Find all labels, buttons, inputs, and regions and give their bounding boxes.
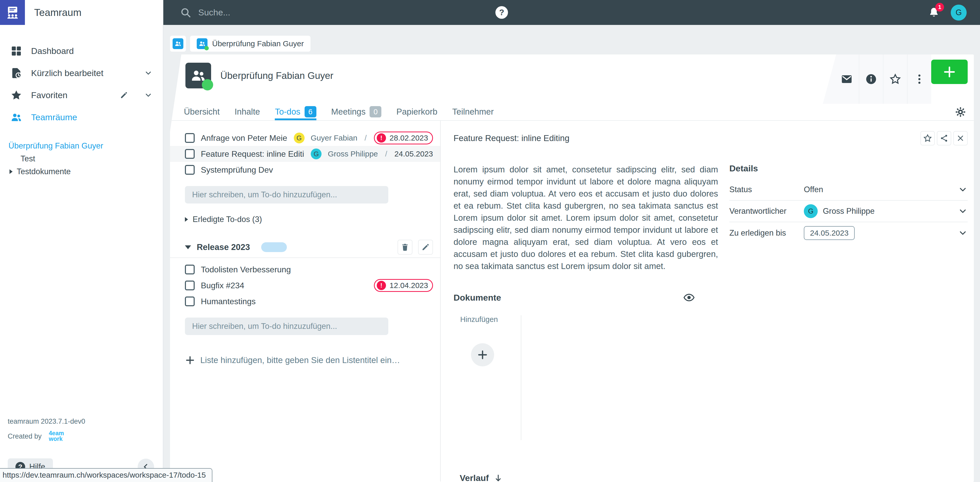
todo-row[interactable]: Bugfix #234 ! 12.04.2023 bbox=[185, 278, 433, 294]
gear-icon bbox=[955, 106, 966, 118]
app-version: teamraum 2023.7.1-dev0 bbox=[8, 418, 154, 426]
todo-checkbox[interactable] bbox=[185, 149, 195, 159]
edit-pencil-icon[interactable] bbox=[120, 91, 128, 99]
todo-row[interactable]: Todolisten Verbesserung bbox=[185, 262, 433, 278]
chevron-down-icon[interactable] bbox=[144, 91, 153, 99]
assignee-avatar: G bbox=[294, 132, 305, 144]
assignee-row[interactable]: Verantwortlicher G Gross Philippe bbox=[729, 201, 968, 222]
settings-button[interactable] bbox=[955, 106, 966, 118]
completed-todos-toggle[interactable]: Erledigte To-dos (3) bbox=[185, 215, 433, 224]
chevron-down-icon[interactable] bbox=[958, 206, 968, 216]
topbar-help-button[interactable]: ? bbox=[495, 6, 508, 19]
delete-list-button[interactable] bbox=[398, 240, 412, 255]
expand-arrow-icon[interactable] bbox=[10, 169, 13, 174]
todo-row[interactable]: Systemprüfung Dev bbox=[185, 162, 433, 178]
todo-title[interactable]: Humantestings bbox=[201, 297, 433, 306]
breadcrumb-workspace[interactable]: Überprüfung Fabian Guyer bbox=[190, 36, 310, 52]
todo-checkbox[interactable] bbox=[185, 297, 195, 306]
todo-row-selected[interactable]: Feature Request: inline Editing G Gross … bbox=[170, 146, 440, 162]
add-todo-input[interactable] bbox=[185, 186, 388, 203]
overdue-icon: ! bbox=[377, 133, 386, 143]
todo-checkbox[interactable] bbox=[185, 133, 195, 143]
info-button[interactable] bbox=[859, 54, 883, 104]
due-date: 28.02.2023 bbox=[390, 134, 428, 142]
add-todo-input[interactable] bbox=[185, 318, 388, 335]
share-todo-button[interactable] bbox=[937, 131, 951, 145]
chevron-down-icon[interactable] bbox=[144, 69, 153, 77]
tab-meetings[interactable]: Meetings 0 bbox=[331, 103, 382, 120]
tab-papierkorb[interactable]: Papierkorb bbox=[396, 103, 438, 120]
breadcrumb-root[interactable] bbox=[170, 36, 186, 52]
tree-item-test[interactable]: Test bbox=[0, 152, 163, 165]
email-button[interactable] bbox=[823, 54, 859, 104]
chevron-down-icon[interactable] bbox=[958, 228, 968, 238]
todo-title[interactable]: Feature Request: inline Editing bbox=[201, 149, 305, 159]
more-actions-button[interactable] bbox=[907, 54, 931, 104]
sidebar-item-label: Teamräume bbox=[31, 112, 77, 122]
created-by-row: Created by 4eam work bbox=[8, 431, 154, 442]
tree-item-workspace[interactable]: Überprüfung Fabian Guyer bbox=[0, 139, 163, 152]
tab-todos[interactable]: To-dos 6 bbox=[275, 103, 316, 120]
todo-checkbox[interactable] bbox=[185, 265, 195, 275]
creator-logo-line2: work bbox=[49, 436, 63, 442]
edit-list-button[interactable] bbox=[418, 240, 433, 255]
sidebar-footer: teamraum 2023.7.1-dev0 Created by 4eam w… bbox=[8, 418, 154, 475]
due-date-field[interactable]: 24.05.2023 bbox=[804, 226, 855, 240]
favorite-button[interactable] bbox=[883, 54, 907, 104]
collapse-arrow-icon[interactable] bbox=[185, 245, 191, 249]
tab-label: Meetings bbox=[331, 107, 366, 117]
todo-title[interactable]: Todolisten Verbesserung bbox=[201, 265, 433, 275]
sidebar-item-dashboard[interactable]: Dashboard bbox=[0, 40, 163, 62]
expand-arrow-icon bbox=[185, 217, 188, 222]
tab-label: Teilnehmer bbox=[452, 107, 493, 117]
global-search[interactable] bbox=[180, 0, 378, 25]
user-avatar[interactable]: G bbox=[951, 5, 967, 21]
notifications-button[interactable]: 1 bbox=[928, 6, 940, 19]
status-url-tooltip: https://dev.teamraum.ch/workspaces/works… bbox=[0, 468, 212, 482]
close-detail-button[interactable] bbox=[953, 131, 968, 145]
sort-direction-button[interactable] bbox=[493, 473, 503, 482]
app-logo[interactable] bbox=[0, 0, 25, 25]
tab-teilnehmer[interactable]: Teilnehmer bbox=[452, 103, 493, 120]
due-date-chip[interactable]: ! 28.02.2023 bbox=[374, 132, 433, 144]
todo-checkbox[interactable] bbox=[185, 281, 195, 290]
list-title[interactable]: Release 2023 bbox=[197, 242, 250, 252]
workspace-avatar bbox=[185, 63, 211, 88]
sidebar-item-favorites[interactable]: Favoriten bbox=[0, 84, 163, 106]
close-icon bbox=[956, 134, 965, 143]
completed-todos-label: Erledigte To-dos (3) bbox=[192, 215, 262, 224]
sidebar-item-teamrooms[interactable]: Teamräume bbox=[0, 106, 163, 128]
creator-logo[interactable]: 4eam work bbox=[49, 431, 64, 442]
workspace-icon bbox=[197, 38, 207, 49]
teamraum-logo-icon bbox=[5, 5, 20, 20]
notification-badge: 1 bbox=[935, 3, 944, 11]
todo-title[interactable]: Anfrage von Peter Meier prüfen bbox=[201, 133, 288, 143]
add-list-button[interactable]: Liste hinzufügen, bitte geben Sie den Li… bbox=[185, 355, 433, 365]
watch-documents-button[interactable] bbox=[683, 292, 695, 303]
separator: / bbox=[365, 134, 367, 142]
todo-row[interactable]: Anfrage von Peter Meier prüfen G Guyer F… bbox=[185, 130, 433, 146]
status-row[interactable]: Status Offen bbox=[729, 179, 968, 201]
people-icon bbox=[10, 111, 22, 123]
todo-detail-title: Feature Request: inline Editing bbox=[453, 133, 920, 143]
add-button[interactable] bbox=[931, 60, 968, 84]
todo-checkbox[interactable] bbox=[185, 165, 195, 175]
todo-list-pane: Anfrage von Peter Meier prüfen G Guyer F… bbox=[170, 121, 441, 482]
divider bbox=[170, 257, 440, 258]
overdue-icon: ! bbox=[377, 281, 386, 290]
todo-title[interactable]: Bugfix #234 bbox=[201, 281, 368, 290]
favorite-todo-button[interactable] bbox=[920, 131, 935, 145]
tree-item-testdokumente[interactable]: Testdokumente bbox=[0, 165, 163, 178]
tab-inhalte[interactable]: Inhalte bbox=[234, 103, 260, 120]
todo-row[interactable]: Humantestings bbox=[185, 294, 433, 310]
due-date-chip[interactable]: ! 12.04.2023 bbox=[374, 279, 433, 292]
tab-uebersicht[interactable]: Übersicht bbox=[184, 103, 220, 120]
search-input[interactable] bbox=[198, 8, 378, 18]
sidebar-item-recent[interactable]: Kürzlich bearbeitet bbox=[0, 62, 163, 84]
todo-title[interactable]: Systemprüfung Dev bbox=[201, 165, 433, 175]
status-label: Status bbox=[729, 185, 804, 194]
chevron-down-icon[interactable] bbox=[958, 185, 968, 195]
due-row[interactable]: Zu erledigen bis 24.05.2023 bbox=[729, 222, 968, 244]
add-document-button[interactable] bbox=[471, 343, 494, 366]
due-label: Zu erledigen bis bbox=[729, 228, 804, 238]
